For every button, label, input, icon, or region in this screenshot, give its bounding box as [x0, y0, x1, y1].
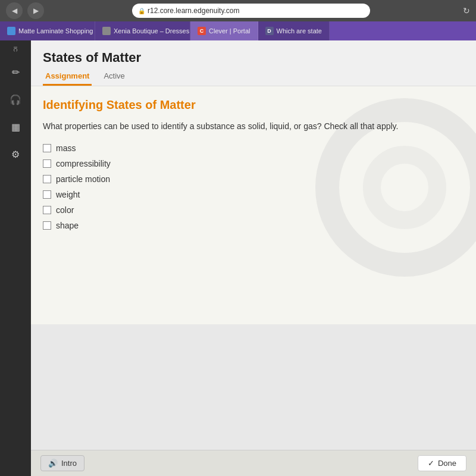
question-area: Identifying States of Matter What proper… [31, 86, 476, 324]
browser-tab-4[interactable]: D Which are state [258, 21, 330, 40]
checkbox-mass[interactable] [43, 144, 51, 152]
content-panel: States of Matter Assignment Active Ident… [31, 40, 476, 476]
option-mass[interactable]: mass [43, 140, 464, 156]
browser-toolbar: ◀ ▶ 🔒 r12.core.learn.edgenuity.com ↻ [0, 0, 476, 21]
question-text: What properties can be used to identify … [43, 121, 464, 131]
speaker-icon: 🔊 [48, 459, 58, 468]
intro-button[interactable]: 🔊 Intro [40, 455, 84, 471]
sidebar-label: IC [12, 46, 18, 52]
page-header: States of Matter Assignment Active [31, 40, 476, 86]
tab4-label: Which are state [277, 27, 322, 35]
tab1-label: Matte Laminate Shopping Bag... [18, 27, 95, 35]
pencil-icon[interactable]: ✏ [6, 62, 25, 82]
browser-tab-3[interactable]: C Clever | Portal [190, 21, 258, 40]
option-compressibility-label: compressibility [56, 159, 111, 168]
back-button[interactable]: ◀ [6, 2, 23, 19]
tab3-label: Clever | Portal [209, 27, 250, 35]
intro-label: Intro [61, 459, 77, 468]
tab-active[interactable]: Active [101, 68, 127, 86]
checkbox-weight[interactable] [43, 190, 51, 199]
lock-icon: 🔒 [138, 8, 145, 14]
page-title: States of Matter [43, 50, 464, 65]
option-weight-label: weight [56, 190, 80, 199]
done-label: Done [438, 459, 456, 468]
checkbox-particle-motion[interactable] [43, 175, 51, 183]
done-button[interactable]: ✓ Done [418, 455, 466, 471]
tab3-icon: C [198, 27, 206, 35]
url-text: r12.core.learn.edgenuity.com [148, 7, 240, 15]
url-bar[interactable]: 🔒 r12.core.learn.edgenuity.com [132, 4, 370, 18]
option-particle-motion-label: particle motion [56, 174, 110, 184]
tabs-bar: Matte Laminate Shopping Bag... Xenia Bou… [0, 21, 476, 40]
option-particle-motion[interactable]: particle motion [43, 171, 464, 187]
refresh-button[interactable]: ↻ [463, 6, 470, 15]
bottom-bar: 🔊 Intro ✓ Done [31, 450, 476, 476]
headphones-icon[interactable]: 🎧 [6, 90, 25, 109]
calculator-icon[interactable]: ▦ [6, 117, 25, 136]
tab-assignment[interactable]: Assignment [43, 68, 92, 86]
checkmark-icon: ✓ [428, 459, 434, 468]
checkbox-compressibility[interactable] [43, 159, 51, 168]
option-color-label: color [56, 205, 74, 215]
main-area: IC ✏ 🎧 ▦ ⚙ States of Matter Assignment A… [0, 40, 476, 476]
option-compressibility[interactable]: compressibility [43, 156, 464, 171]
checkbox-shape[interactable] [43, 221, 51, 230]
option-shape-label: shape [56, 221, 79, 230]
settings-icon[interactable]: ⚙ [6, 145, 25, 164]
option-mass-label: mass [56, 143, 76, 153]
browser-tab-2[interactable]: Xenia Boutique – Dresses – Pa... [95, 21, 190, 40]
tab4-icon: D [265, 27, 274, 35]
browser-chrome: ◀ ▶ 🔒 r12.core.learn.edgenuity.com ↻ Mat… [0, 0, 476, 40]
forward-button[interactable]: ▶ [27, 2, 44, 19]
question-title: Identifying States of Matter [43, 98, 464, 112]
tab1-icon [7, 27, 15, 35]
checkbox-list: mass compressibility particle motion wei… [43, 140, 464, 233]
page-tabs: Assignment Active [43, 68, 464, 86]
tab2-icon [102, 27, 111, 35]
option-weight[interactable]: weight [43, 187, 464, 202]
option-color[interactable]: color [43, 202, 464, 218]
browser-tab-1[interactable]: Matte Laminate Shopping Bag... [0, 21, 95, 40]
sidebar: IC ✏ 🎧 ▦ ⚙ [0, 40, 31, 476]
tab2-label: Xenia Boutique – Dresses – Pa... [114, 27, 190, 35]
option-shape[interactable]: shape [43, 218, 464, 233]
checkbox-color[interactable] [43, 206, 51, 214]
